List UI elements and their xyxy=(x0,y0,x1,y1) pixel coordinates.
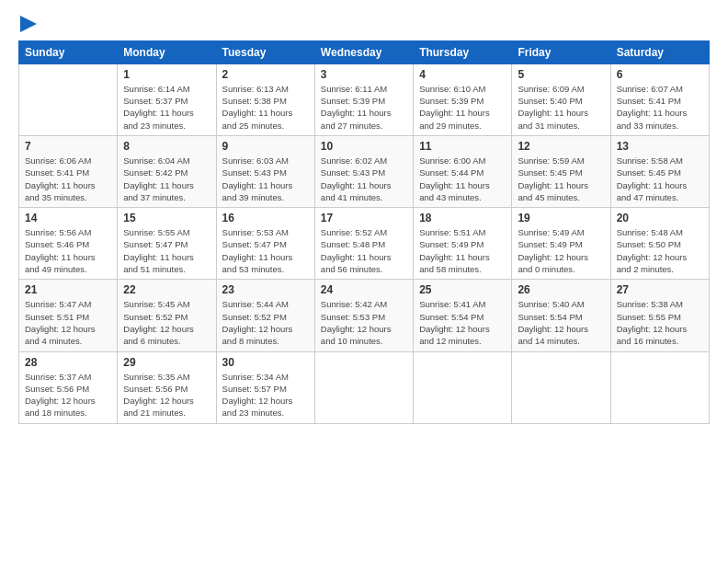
calendar-cell: 13Sunrise: 5:58 AMSunset: 5:45 PMDayligh… xyxy=(610,135,709,207)
calendar-cell xyxy=(512,351,610,423)
day-info: Sunrise: 5:58 AMSunset: 5:45 PMDaylight:… xyxy=(617,155,703,203)
week-row-2: 7Sunrise: 6:06 AMSunset: 5:41 PMDaylight… xyxy=(19,135,710,207)
calendar-cell: 12Sunrise: 5:59 AMSunset: 5:45 PMDayligh… xyxy=(512,135,610,207)
day-number: 26 xyxy=(518,283,604,296)
logo-icon xyxy=(20,16,37,32)
day-info: Sunrise: 6:07 AMSunset: 5:41 PMDaylight:… xyxy=(617,83,703,132)
day-info: Sunrise: 6:10 AMSunset: 5:39 PMDaylight:… xyxy=(419,83,506,132)
day-info: Sunrise: 6:00 AMSunset: 5:44 PMDaylight:… xyxy=(419,155,506,203)
calendar-cell: 10Sunrise: 6:02 AMSunset: 5:43 PMDayligh… xyxy=(314,135,413,207)
day-number: 14 xyxy=(25,212,111,224)
day-number: 23 xyxy=(222,283,309,296)
calendar-cell: 16Sunrise: 5:53 AMSunset: 5:47 PMDayligh… xyxy=(216,208,314,280)
day-number: 1 xyxy=(123,68,210,81)
calendar-table: SundayMondayTuesdayWednesdayThursdayFrid… xyxy=(18,40,710,424)
day-number: 15 xyxy=(123,212,210,224)
day-header-wednesday: Wednesday xyxy=(314,40,413,63)
calendar-cell: 26Sunrise: 5:40 AMSunset: 5:54 PMDayligh… xyxy=(512,280,610,351)
day-number: 13 xyxy=(617,140,703,153)
day-info: Sunrise: 5:41 AMSunset: 5:54 PMDaylight:… xyxy=(419,298,506,347)
day-number: 18 xyxy=(419,212,506,224)
day-info: Sunrise: 6:09 AMSunset: 5:40 PMDaylight:… xyxy=(518,83,604,132)
week-row-1: 1Sunrise: 6:14 AMSunset: 5:37 PMDaylight… xyxy=(19,63,710,135)
logo xyxy=(18,15,37,33)
calendar-cell: 30Sunrise: 5:34 AMSunset: 5:57 PMDayligh… xyxy=(216,351,314,423)
day-info: Sunrise: 5:53 AMSunset: 5:47 PMDaylight:… xyxy=(222,226,309,275)
calendar-cell: 18Sunrise: 5:51 AMSunset: 5:49 PMDayligh… xyxy=(414,208,512,280)
day-number: 2 xyxy=(222,68,309,81)
calendar-cell xyxy=(19,63,118,135)
day-info: Sunrise: 5:59 AMSunset: 5:45 PMDaylight:… xyxy=(518,155,604,203)
day-number: 16 xyxy=(222,212,309,224)
calendar-cell: 27Sunrise: 5:38 AMSunset: 5:55 PMDayligh… xyxy=(610,280,709,351)
day-info: Sunrise: 6:11 AMSunset: 5:39 PMDaylight:… xyxy=(321,83,407,132)
calendar-cell: 2Sunrise: 6:13 AMSunset: 5:38 PMDaylight… xyxy=(216,63,314,135)
day-number: 3 xyxy=(321,68,407,81)
day-number: 29 xyxy=(123,356,210,369)
day-number: 17 xyxy=(321,212,407,224)
header xyxy=(18,15,710,33)
calendar-cell xyxy=(414,351,512,423)
day-number: 21 xyxy=(25,283,111,296)
week-row-4: 21Sunrise: 5:47 AMSunset: 5:51 PMDayligh… xyxy=(19,280,710,351)
day-info: Sunrise: 5:48 AMSunset: 5:50 PMDaylight:… xyxy=(617,226,703,275)
calendar-cell xyxy=(610,351,709,423)
week-row-3: 14Sunrise: 5:56 AMSunset: 5:46 PMDayligh… xyxy=(19,208,710,280)
day-info: Sunrise: 6:03 AMSunset: 5:43 PMDaylight:… xyxy=(222,155,309,203)
day-info: Sunrise: 5:42 AMSunset: 5:53 PMDaylight:… xyxy=(321,298,407,347)
day-info: Sunrise: 5:38 AMSunset: 5:55 PMDaylight:… xyxy=(617,298,703,347)
calendar-cell: 23Sunrise: 5:44 AMSunset: 5:52 PMDayligh… xyxy=(216,280,314,351)
day-number: 9 xyxy=(222,140,309,153)
day-info: Sunrise: 5:37 AMSunset: 5:56 PMDaylight:… xyxy=(25,371,111,419)
day-info: Sunrise: 6:13 AMSunset: 5:38 PMDaylight:… xyxy=(222,83,309,132)
day-header-sunday: Sunday xyxy=(19,40,118,63)
calendar-cell: 6Sunrise: 6:07 AMSunset: 5:41 PMDaylight… xyxy=(610,63,709,135)
calendar-cell: 8Sunrise: 6:04 AMSunset: 5:42 PMDaylight… xyxy=(118,135,216,207)
day-info: Sunrise: 5:56 AMSunset: 5:46 PMDaylight:… xyxy=(25,226,111,275)
day-number: 5 xyxy=(518,68,604,81)
day-number: 25 xyxy=(419,283,506,296)
day-info: Sunrise: 5:40 AMSunset: 5:54 PMDaylight:… xyxy=(518,298,604,347)
calendar-cell: 14Sunrise: 5:56 AMSunset: 5:46 PMDayligh… xyxy=(19,208,118,280)
calendar-header: SundayMondayTuesdayWednesdayThursdayFrid… xyxy=(19,40,710,63)
day-number: 12 xyxy=(518,140,604,153)
day-header-saturday: Saturday xyxy=(610,40,709,63)
calendar-cell: 1Sunrise: 6:14 AMSunset: 5:37 PMDaylight… xyxy=(118,63,216,135)
calendar-cell: 3Sunrise: 6:11 AMSunset: 5:39 PMDaylight… xyxy=(314,63,413,135)
day-info: Sunrise: 5:47 AMSunset: 5:51 PMDaylight:… xyxy=(25,298,111,347)
calendar-cell xyxy=(314,351,413,423)
week-row-5: 28Sunrise: 5:37 AMSunset: 5:56 PMDayligh… xyxy=(19,351,710,423)
day-number: 8 xyxy=(123,140,210,153)
day-info: Sunrise: 5:51 AMSunset: 5:49 PMDaylight:… xyxy=(419,226,506,275)
day-info: Sunrise: 5:34 AMSunset: 5:57 PMDaylight:… xyxy=(222,371,309,419)
day-info: Sunrise: 6:04 AMSunset: 5:42 PMDaylight:… xyxy=(123,155,210,203)
day-number: 7 xyxy=(25,140,111,153)
calendar-cell: 15Sunrise: 5:55 AMSunset: 5:47 PMDayligh… xyxy=(118,208,216,280)
day-info: Sunrise: 5:49 AMSunset: 5:49 PMDaylight:… xyxy=(518,226,604,275)
calendar-cell: 24Sunrise: 5:42 AMSunset: 5:53 PMDayligh… xyxy=(314,280,413,351)
day-number: 6 xyxy=(617,68,703,81)
day-number: 20 xyxy=(617,212,703,224)
day-info: Sunrise: 5:52 AMSunset: 5:48 PMDaylight:… xyxy=(321,226,407,275)
day-header-monday: Monday xyxy=(118,40,216,63)
day-info: Sunrise: 5:44 AMSunset: 5:52 PMDaylight:… xyxy=(222,298,309,347)
day-info: Sunrise: 6:14 AMSunset: 5:37 PMDaylight:… xyxy=(123,83,210,132)
day-number: 27 xyxy=(617,283,703,296)
day-info: Sunrise: 6:06 AMSunset: 5:41 PMDaylight:… xyxy=(25,155,111,203)
calendar-cell: 28Sunrise: 5:37 AMSunset: 5:56 PMDayligh… xyxy=(19,351,118,423)
calendar-body: 1Sunrise: 6:14 AMSunset: 5:37 PMDaylight… xyxy=(19,63,710,423)
svg-marker-0 xyxy=(20,16,37,32)
page-container: SundayMondayTuesdayWednesdayThursdayFrid… xyxy=(0,0,728,433)
day-number: 28 xyxy=(25,356,111,369)
calendar-cell: 9Sunrise: 6:03 AMSunset: 5:43 PMDaylight… xyxy=(216,135,314,207)
day-number: 24 xyxy=(321,283,407,296)
calendar-cell: 11Sunrise: 6:00 AMSunset: 5:44 PMDayligh… xyxy=(414,135,512,207)
day-number: 22 xyxy=(123,283,210,296)
day-info: Sunrise: 5:45 AMSunset: 5:52 PMDaylight:… xyxy=(123,298,210,347)
calendar-cell: 22Sunrise: 5:45 AMSunset: 5:52 PMDayligh… xyxy=(118,280,216,351)
calendar-cell: 25Sunrise: 5:41 AMSunset: 5:54 PMDayligh… xyxy=(414,280,512,351)
day-info: Sunrise: 5:55 AMSunset: 5:47 PMDaylight:… xyxy=(123,226,210,275)
day-info: Sunrise: 6:02 AMSunset: 5:43 PMDaylight:… xyxy=(321,155,407,203)
calendar-cell: 19Sunrise: 5:49 AMSunset: 5:49 PMDayligh… xyxy=(512,208,610,280)
calendar-cell: 21Sunrise: 5:47 AMSunset: 5:51 PMDayligh… xyxy=(19,280,118,351)
